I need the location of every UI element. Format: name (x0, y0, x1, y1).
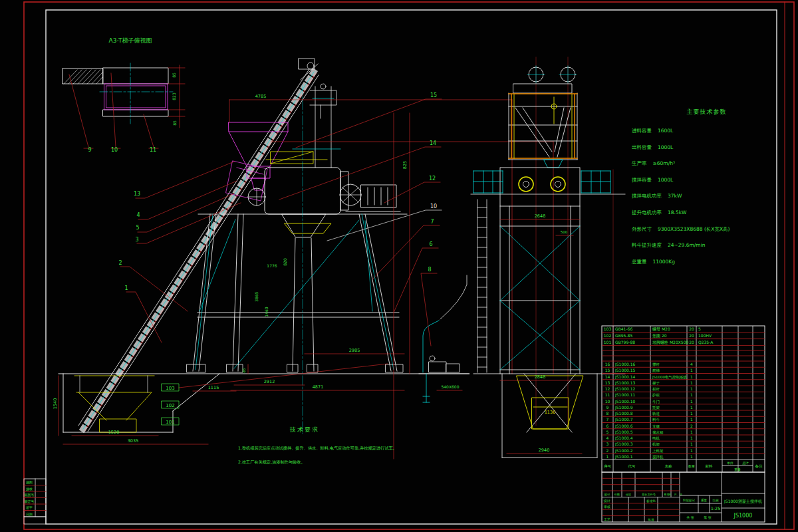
dim-2648: 2648 (535, 213, 546, 219)
part-no: 1 (606, 454, 609, 459)
tb-drawing-title: JS1000混凝土搅拌机 (724, 499, 762, 504)
part-qty: 1 (690, 442, 693, 446)
tb-rev-header: 处数 (614, 493, 620, 496)
part-code: JS1000.2 (614, 448, 633, 454)
part-name: 螺母 M20 (652, 327, 670, 332)
leader-label-9: 9 (88, 147, 91, 153)
front-skip-hopper (517, 376, 583, 429)
dim-1540: 1540 (53, 398, 58, 410)
tower-guide-rails (509, 94, 577, 158)
tb-weight-label: 重量 (701, 498, 708, 502)
leader-label-12: 12 (429, 176, 436, 182)
tb-rev-header: 分区 (626, 493, 632, 496)
part-material: Q235-A (698, 340, 714, 344)
dim-1520: 1520 (108, 430, 120, 435)
part-qty: 1 (690, 436, 693, 440)
part-no: 7 (606, 417, 609, 422)
part-qty: 1 (690, 411, 693, 416)
leader-label-102: 102 (166, 403, 174, 408)
part-code: JS1000.8 (614, 411, 633, 416)
tb-rev-header: 标记 (604, 493, 610, 497)
part-code: JS1000.1 (614, 454, 633, 460)
part-qty: 1 (690, 430, 693, 434)
tech-requirements-lines: 1.整机组装完后应点动试搅拌、提升、供水、卸料,电气应动作可靠,并按规定进行试车… (238, 441, 412, 469)
part-qty: 4 (690, 362, 693, 366)
part-material: 100HV (698, 333, 712, 338)
part-code: GB95-85 (615, 333, 632, 338)
part-no: 6 (606, 424, 609, 428)
part-qty: 1 (690, 405, 693, 410)
leader-label-1: 1 (124, 285, 128, 291)
part-no: 2 (606, 448, 609, 453)
leader-label-10b: 10 (430, 203, 437, 209)
tb-role-right: 批准 (648, 518, 655, 521)
part-qty: 1 (690, 448, 693, 453)
part-code: JS1000.6 (614, 424, 633, 429)
drum-circle-right (551, 177, 565, 192)
part-name: 料斗 (652, 418, 660, 422)
part-name: 撑杆 (652, 362, 660, 367)
leader-label-15: 15 (430, 92, 437, 98)
tower (509, 84, 577, 160)
part-qty: 20 (689, 333, 694, 338)
main-dimensions (59, 99, 553, 459)
spec-row: 生产率≥60m/h³ (632, 160, 781, 177)
part-no: 11 (605, 392, 610, 397)
margin-label: 描图 (25, 481, 33, 485)
dim-1115: 1115 (208, 385, 219, 390)
tb-sheet-index: 第 张 (704, 515, 712, 520)
leader-label-10: 10 (111, 147, 118, 153)
part-name: 电机 (652, 436, 660, 441)
spec-value: 24~29.6m/min (668, 242, 706, 248)
spec-label: 生产率 (632, 160, 647, 166)
spec-row: 搅拌容量1000L (632, 177, 781, 194)
leader-lines-right (279, 99, 442, 346)
access-ladder (477, 200, 487, 372)
header-unit: 单件 (726, 462, 733, 465)
part-code: JS1000.12 (614, 386, 636, 392)
platform-railings (473, 171, 610, 193)
dim-825: 825 (402, 161, 408, 169)
spec-row: 进料容量1600L (632, 128, 781, 144)
header-weight: 重量 (734, 467, 741, 471)
part-name: 地脚螺栓 M20X500 (652, 340, 688, 345)
spec-value: 1600L (658, 128, 673, 134)
header-qty: 数量 (688, 464, 695, 468)
part-code: JS1000.14 (614, 374, 636, 380)
part-code: JS1000.7 (614, 417, 633, 422)
leader-label-3: 3 (135, 237, 138, 243)
dim-1776: 1776 (267, 263, 277, 268)
dim-4785: 4785 (255, 94, 267, 99)
part-name: 上料架 (652, 449, 664, 453)
spec-label: 搅拌容量 (632, 177, 652, 183)
spec-value: 11000Kg (653, 259, 676, 265)
header-name: 名称 (665, 464, 673, 468)
part-no: 3 (606, 442, 609, 446)
spec-row: 出料容量1000L (632, 144, 781, 161)
part-qty: 2 (690, 424, 693, 428)
part-code: JS1000.5 (614, 430, 633, 435)
part-code: GB41-66 (615, 327, 632, 331)
part-material: 5 (698, 327, 701, 331)
margin-label: 签字 (26, 505, 33, 509)
dim-820: 820 (283, 258, 287, 266)
dim-2848: 2848 (535, 374, 546, 380)
dim-540x600: 540X600 (441, 384, 459, 389)
tech-specs-title: 主要技术参数 (632, 108, 781, 116)
part-name: 托架 (652, 406, 660, 410)
margin-label: 日期 (26, 513, 33, 516)
part-no: 103 (604, 327, 612, 331)
spec-label: 进料容量 (632, 128, 652, 134)
water-pipes (423, 321, 439, 402)
tb-drawing-number: JS1000 (733, 513, 753, 519)
header-code: 代号 (628, 464, 636, 468)
yellow-frame (266, 152, 327, 164)
spec-row: 总重量11000Kg (632, 259, 781, 275)
detail-view-title: A3-T梯子俯视图 (109, 37, 152, 44)
dim-3035: 3035 (128, 438, 139, 444)
part-name: 储水箱 (652, 430, 664, 435)
part-name: JS1000电气控制系统 (652, 375, 688, 380)
part-qty: 1 (690, 392, 693, 397)
part-qty: 1 (690, 386, 693, 391)
part-no: 10 (605, 399, 610, 404)
